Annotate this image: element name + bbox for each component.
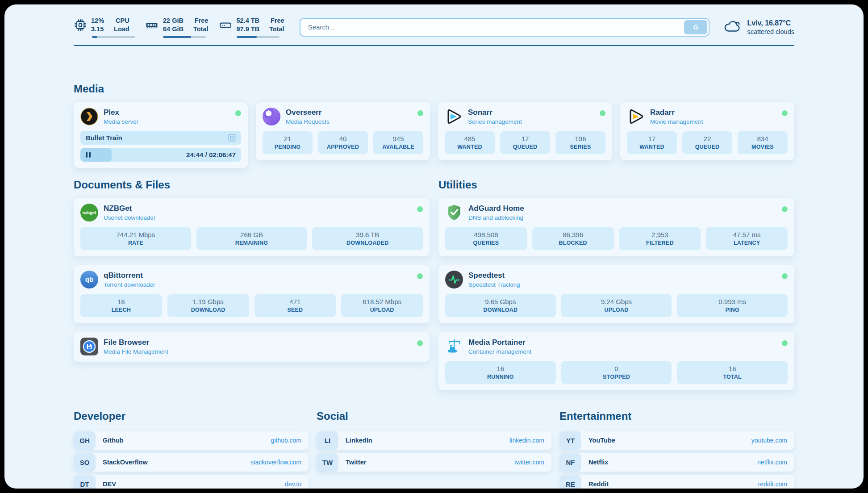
nzbget-icon: nzbget <box>80 204 98 221</box>
bookmark-url: netflix.com <box>757 459 787 466</box>
bookmark-abbr: LI <box>317 431 338 450</box>
app-card-speedtest[interactable]: Speedtest Speedtest Tracking 9.65 Gbps D… <box>438 265 794 323</box>
app-name: Media Portainer <box>468 338 776 347</box>
bookmark-twitter[interactable]: TW Twitter twitter.com <box>317 453 551 472</box>
bookmark-youtube[interactable]: YT YouTube youtube.com <box>559 431 794 450</box>
stat-queued: 22 QUEUED <box>682 131 732 154</box>
bookmark-name: StackOverflow <box>103 459 148 466</box>
bookmark-name: DEV <box>103 480 116 488</box>
app-card-qbittorrent[interactable]: qb qBittorrent Torrent downloader 16 <box>74 265 430 323</box>
stat-remaining: 266 GB REMAINING <box>196 227 307 250</box>
sonarr-icon <box>445 108 463 125</box>
video-icon <box>228 134 236 142</box>
app-card-sonarr[interactable]: Sonarr Series management 485 WANTED 17 Q… <box>438 102 612 160</box>
stat-upload: 9.24 Gbps UPLOAD <box>561 294 672 317</box>
overseerr-icon <box>263 108 280 125</box>
app-card-radarr[interactable]: Radarr Movie management 17 WANTED 22 QUE… <box>620 102 794 160</box>
stat-series: 196 SERIES <box>555 131 605 154</box>
weather-widget: Lviv, 16.87°C scattered clouds <box>723 19 794 36</box>
bookmark-github[interactable]: GH Github github.com <box>74 431 309 450</box>
bookmark-name: Github <box>103 437 124 444</box>
cpu-icon <box>74 18 87 32</box>
stat-running: 16 RUNNING <box>445 361 556 384</box>
bookmark-netflix[interactable]: NF Netflix netflix.com <box>559 453 794 472</box>
playback-progress-bar: 24:44 / 02:06:47 <box>80 148 241 162</box>
stat-stopped: 0 STOPPED <box>561 361 672 384</box>
disk-total-value: 97.9 TB <box>237 25 260 33</box>
status-dot <box>417 273 423 279</box>
section-title-media: Media <box>74 83 794 95</box>
bookmark-abbr: SO <box>74 453 96 472</box>
app-subtitle: Torrent downloader <box>104 281 412 288</box>
status-dot <box>782 110 788 116</box>
cpu-load-label: Load <box>114 25 129 33</box>
bookmark-dev[interactable]: DT DEV dev.to <box>74 475 309 489</box>
dashboard-panel: 12% 3.15 CPU Load <box>4 4 864 489</box>
section-title-documents: Documents & Files <box>74 179 430 191</box>
cpu-label: CPU <box>116 17 129 25</box>
bookmark-name: Netflix <box>588 459 608 466</box>
search-input[interactable] <box>302 23 684 31</box>
cpu-load-value: 3.15 <box>91 25 104 33</box>
stat-ping: 0.993 ms PING <box>677 294 788 317</box>
app-subtitle: DNS and adblocking <box>468 214 776 221</box>
app-name: AdGuard Home <box>468 204 776 213</box>
app-card-filebrowser[interactable]: File Browser Media File Management <box>74 332 430 362</box>
bookmark-linkedin[interactable]: LI LinkedIn linkedin.com <box>317 431 551 450</box>
bookmark-reddit[interactable]: RE Reddit reddit.com <box>559 475 794 489</box>
cpu-stat: 12% 3.15 CPU Load <box>74 17 135 38</box>
app-subtitle: Speedtest Tracking <box>468 281 776 288</box>
section-title-social: Social <box>317 410 551 422</box>
now-playing-title: Bullet Train <box>86 134 122 142</box>
app-name: Plex <box>104 108 230 117</box>
ram-icon <box>145 18 159 32</box>
app-card-nzbget[interactable]: nzbget NZBGet Usenet downloader 744.21 M… <box>74 198 430 256</box>
stat-queued: 17 QUEUED <box>500 131 550 154</box>
stat-queries: 498,508 QUERIES <box>445 227 527 250</box>
bookmark-url: dev.to <box>285 480 301 488</box>
bookmark-name: Reddit <box>588 480 609 488</box>
ram-stat: 22 GiB 64 GiB Free Total <box>145 17 209 38</box>
app-card-adguard[interactable]: AdGuard Home DNS and adblocking 498,508 … <box>438 198 794 256</box>
bookmark-url: linkedin.com <box>509 437 544 444</box>
documents-column: Documents & Files nzbget NZBGet Usenet d… <box>74 179 430 362</box>
cloud-icon <box>723 19 742 36</box>
qbittorrent-icon: qb <box>80 271 98 288</box>
status-dot <box>782 340 788 346</box>
weather-location: Lviv, 16.87°C <box>747 19 794 27</box>
top-bar: 12% 3.15 CPU Load <box>74 17 794 38</box>
disk-icon <box>218 18 233 32</box>
app-name: Radarr <box>650 108 776 117</box>
app-name: NZBGet <box>104 204 412 213</box>
ram-progress-bar <box>163 36 206 38</box>
plex-icon <box>80 108 98 125</box>
header-divider <box>74 45 794 46</box>
speedtest-icon <box>445 271 463 288</box>
bookmark-abbr: RE <box>559 475 581 489</box>
stat-total: 16 TOTAL <box>677 361 788 384</box>
disk-stat: 52.4 TB 97.9 TB Free Total <box>218 17 284 38</box>
bookmark-stackoverflow[interactable]: SO StackOverflow stackoverflow.com <box>74 453 309 472</box>
stat-download: 1.19 Gbps DOWNLOAD <box>167 294 249 317</box>
stat-available: 945 AVAILABLE <box>373 131 423 154</box>
search-engine-button[interactable]: G <box>684 20 707 34</box>
search-bar: G <box>300 18 710 37</box>
app-subtitle: Media Requests <box>286 118 412 125</box>
app-card-portainer[interactable]: Media Portainer Container management 16 … <box>438 332 794 390</box>
stat-downloaded: 39.6 TB DOWNLOADED <box>312 227 423 250</box>
stat-filtered: 2,953 FILTERED <box>619 227 701 250</box>
stat-seed: 471 SEED <box>255 294 336 317</box>
cpu-usage-value: 12% <box>91 17 104 25</box>
app-card-overseerr[interactable]: Overseerr Media Requests 21 PENDING 40 A… <box>256 102 430 160</box>
app-subtitle: Series management <box>468 118 594 125</box>
stat-download: 9.65 Gbps DOWNLOAD <box>445 294 556 317</box>
bookmark-url: stackoverflow.com <box>250 459 301 466</box>
bookmark-url: github.com <box>271 437 301 444</box>
app-card-plex[interactable]: Plex Media server Bullet Train <box>74 102 248 168</box>
stat-latency: 47.57 ms LATENCY <box>706 227 788 250</box>
stat-blocked: 86,396 BLOCKED <box>532 227 614 250</box>
section-title-developer: Developer <box>74 410 309 422</box>
disk-progress-bar <box>237 36 280 38</box>
bookmark-name: Twitter <box>346 459 366 466</box>
filebrowser-icon <box>80 338 98 355</box>
